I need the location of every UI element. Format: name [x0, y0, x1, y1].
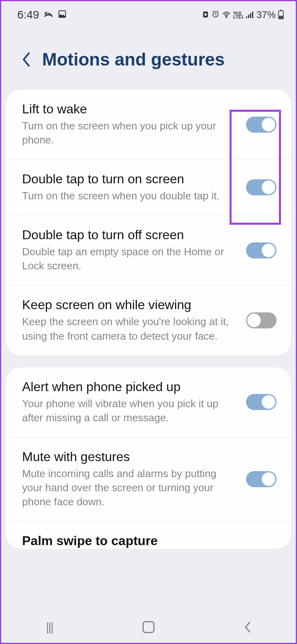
- toggle-lift-to-wake[interactable]: [246, 117, 277, 133]
- svg-rect-7: [250, 13, 251, 18]
- svg-rect-8: [252, 12, 253, 18]
- setting-title: Double tap to turn off screen: [22, 228, 238, 242]
- toggle-double-tap-on[interactable]: [246, 179, 277, 195]
- back-icon[interactable]: [21, 51, 31, 68]
- setting-title: Palm swipe to capture: [22, 533, 277, 549]
- setting-keep-screen-on[interactable]: Keep screen on while viewing Keep the sc…: [6, 285, 291, 355]
- setting-desc: Mute incoming calls and alarms by puttin…: [22, 467, 238, 509]
- recents-button[interactable]: |||: [46, 620, 53, 634]
- status-right: Vo)) LTE1 37%: [202, 9, 284, 21]
- setting-text: Double tap to turn off screen Double tap…: [22, 228, 238, 273]
- setting-desc: Keep the screen on while you're looking …: [22, 315, 238, 343]
- back-button[interactable]: [244, 621, 251, 633]
- setting-mute-gestures[interactable]: Mute with gestures Mute incoming calls a…: [6, 437, 291, 521]
- toggle-alert-pickup[interactable]: [246, 394, 277, 410]
- notification-icon: [202, 9, 209, 21]
- toggle-double-tap-off[interactable]: [246, 242, 277, 258]
- setting-alert-pickup[interactable]: Alert when phone picked up Your phone wi…: [6, 367, 291, 437]
- setting-title: Mute with gestures: [22, 449, 238, 464]
- wifi-icon: [222, 9, 231, 21]
- setting-title: Alert when phone picked up: [22, 379, 238, 394]
- setting-text: Lift to wake Turn on the screen when you…: [22, 102, 238, 147]
- navigation-bar: |||: [1, 611, 296, 643]
- setting-text: Alert when phone picked up Your phone wi…: [22, 379, 238, 425]
- header: Motions and gestures: [1, 25, 296, 90]
- setting-title: Double tap to turn on screen: [22, 172, 238, 187]
- setting-desc: Your phone will vibrate when you pick it…: [22, 397, 238, 425]
- setting-text: Double tap to turn on screen Turn on the…: [22, 172, 238, 203]
- svg-rect-6: [248, 15, 249, 18]
- setting-palm-swipe[interactable]: Palm swipe to capture: [6, 521, 291, 549]
- status-bar: 6:49 Vo)) LTE1 3: [1, 1, 296, 25]
- setting-text: Keep screen on while viewing Keep the sc…: [22, 297, 238, 343]
- clock: 6:49: [17, 8, 39, 21]
- setting-desc: Double tap an empty space on the Home or…: [22, 245, 238, 273]
- setting-desc: Turn on the screen when you pick up your…: [22, 119, 238, 147]
- battery-pct: 37%: [256, 9, 276, 21]
- setting-lift-to-wake[interactable]: Lift to wake Turn on the screen when you…: [6, 90, 291, 160]
- toggle-mute-gestures[interactable]: [246, 471, 277, 487]
- setting-double-tap-on[interactable]: Double tap to turn on screen Turn on the…: [6, 160, 291, 215]
- svg-point-4: [226, 16, 227, 18]
- setting-title: Keep screen on while viewing: [22, 297, 238, 312]
- home-button[interactable]: [142, 621, 155, 633]
- alarm-icon: [212, 9, 220, 21]
- settings-card-2: Alert when phone picked up Your phone wi…: [6, 367, 291, 549]
- setting-double-tap-off[interactable]: Double tap to turn off screen Double tap…: [6, 215, 291, 285]
- setting-title: Lift to wake: [22, 102, 238, 117]
- battery-icon: [278, 10, 284, 19]
- svg-rect-5: [246, 16, 247, 18]
- setting-desc: Turn on the screen when you double tap i…: [22, 189, 238, 203]
- settings-card-1: Lift to wake Turn on the screen when you…: [6, 90, 291, 355]
- signal-icon: [246, 9, 254, 21]
- missed-call-icon: [44, 9, 53, 21]
- status-left: 6:49: [17, 8, 67, 21]
- page-title: Motions and gestures: [42, 49, 225, 70]
- setting-text: Mute with gestures Mute incoming calls a…: [22, 449, 238, 509]
- svg-point-2: [204, 13, 207, 16]
- picture-icon: [58, 9, 67, 21]
- network-type: Vo)) LTE1: [233, 11, 244, 19]
- toggle-keep-screen-on[interactable]: [246, 312, 277, 328]
